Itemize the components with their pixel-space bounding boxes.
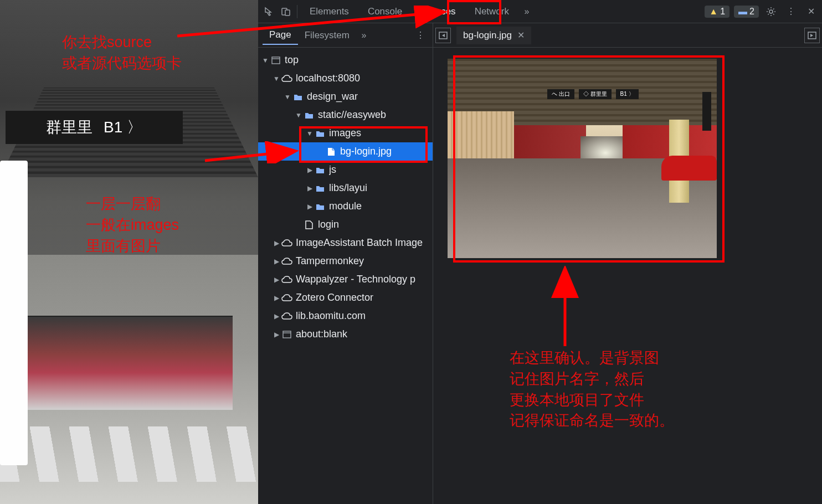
tree-imageassistant[interactable]: ▶ ImageAssistant Batch Image — [258, 234, 433, 252]
tree-label: ImageAssistant Batch Image — [296, 237, 423, 249]
tree-wappalyzer[interactable]: ▶ Wappalyzer - Technology p — [258, 270, 433, 289]
folder-icon — [315, 128, 326, 139]
issues-badge[interactable]: ▬ 2 — [734, 6, 759, 18]
cloud-icon — [281, 311, 292, 322]
bg-sign-board: 群里里 B1 〉 — [6, 111, 183, 144]
more-tabs-icon[interactable]: » — [519, 4, 535, 19]
cloud-icon — [281, 274, 292, 285]
tree-label: images — [329, 127, 361, 139]
devtools-toolbar: Elements Console Sources Network » ▲ 1 ▬… — [258, 0, 822, 23]
tree-label: about:blank — [296, 328, 347, 340]
navtab-page[interactable]: Page — [263, 26, 298, 45]
navtab-more-icon[interactable]: » — [356, 28, 372, 43]
preview-sign-floor: B1 〉 — [616, 89, 639, 99]
tree-label: Tampermonkey — [296, 255, 364, 267]
tree-label: top — [285, 54, 299, 66]
frame-icon — [281, 329, 292, 340]
tree-static[interactable]: ▼ static//easyweb — [258, 106, 433, 124]
inspect-icon[interactable] — [261, 4, 277, 19]
tab-console[interactable]: Console — [359, 2, 411, 22]
close-devtools-icon[interactable]: ✕ — [803, 4, 819, 19]
preview-sign-exit: ヘ 出口 — [547, 89, 574, 99]
tree-label: localhost:8080 — [296, 73, 360, 84]
chevron-right-icon: ▶ — [273, 239, 280, 247]
frame-icon — [270, 55, 281, 66]
tree-aboutblank[interactable]: ▶ about:blank — [258, 325, 433, 343]
tree-host[interactable]: ▼ localhost:8080 — [258, 69, 433, 88]
tab-network[interactable]: Network — [466, 2, 518, 22]
tree-bg-login[interactable]: bg-login.jpg — [258, 142, 433, 161]
navigator-panel: Page Filesystem » ⋮ ▼ top ▼ localhost:80… — [258, 23, 433, 504]
sources-body: Page Filesystem » ⋮ ▼ top ▼ localhost:80… — [258, 23, 822, 504]
warnings-badge[interactable]: ▲ 1 — [705, 6, 729, 18]
close-tab-icon[interactable]: ✕ — [517, 30, 525, 40]
tree-baomitu[interactable]: ▶ lib.baomitu.com — [258, 307, 433, 325]
tree-top[interactable]: ▼ top — [258, 51, 433, 69]
file-tab-label: bg-login.jpg — [463, 30, 512, 41]
tab-elements[interactable]: Elements — [301, 2, 358, 22]
tree-label: module — [329, 200, 362, 212]
bg-sign-text1: 群里里 — [46, 117, 93, 138]
tree-label: login — [318, 219, 339, 230]
preview-area: ヘ 出口 ◇ 群里里 B1 〉 — [433, 48, 822, 504]
cloud-icon — [281, 238, 292, 249]
file-tabs: bg-login.jpg ✕ — [433, 23, 822, 48]
file-tab-bg-login[interactable]: bg-login.jpg ✕ — [456, 27, 531, 44]
tree-tampermonkey[interactable]: ▶ Tampermonkey — [258, 252, 433, 270]
bg-whitebox — [0, 161, 28, 465]
image-preview: ヘ 出口 ◇ 群里里 B1 〉 — [448, 59, 717, 258]
tree-js[interactable]: ▶ js — [258, 161, 433, 179]
folder-icon — [304, 110, 315, 121]
toolbar-right: ▲ 1 ▬ 2 ⋮ ✕ — [705, 4, 819, 19]
tree-libs[interactable]: ▶ libs/layui — [258, 179, 433, 197]
tree-label: Wappalyzer - Technology p — [296, 274, 415, 285]
chevron-down-icon: ▼ — [284, 93, 291, 101]
svg-rect-1 — [285, 10, 290, 16]
cloud-icon — [281, 73, 292, 84]
navigator-tabs: Page Filesystem » ⋮ — [258, 23, 433, 48]
chevron-right-icon: ▶ — [306, 184, 314, 192]
chevron-right-icon: ▶ — [273, 331, 280, 338]
tree-module[interactable]: ▶ module — [258, 197, 433, 215]
warning-icon: ▲ — [709, 7, 718, 17]
show-navigator-icon[interactable] — [435, 28, 451, 43]
devtools-panel: Elements Console Sources Network » ▲ 1 ▬… — [258, 0, 822, 504]
file-icon — [304, 219, 315, 230]
svg-marker-10 — [810, 34, 813, 37]
tree-images[interactable]: ▼ images — [258, 124, 433, 142]
tree-label: Zotero Connector — [296, 292, 373, 304]
svg-point-2 — [769, 10, 773, 13]
navigator-menu-icon[interactable]: ⋮ — [413, 30, 428, 40]
tree-label: js — [329, 164, 336, 176]
chevron-right-icon: ▶ — [273, 276, 280, 284]
warnings-count: 1 — [720, 7, 725, 17]
preview-sign-name: ◇ 群里里 — [579, 89, 612, 99]
chevron-right-icon: ▶ — [306, 203, 314, 210]
settings-icon[interactable] — [763, 4, 779, 19]
svg-rect-3 — [272, 57, 280, 64]
tree-design-war[interactable]: ▼ design_war — [258, 88, 433, 106]
tab-sources[interactable]: Sources — [412, 2, 464, 22]
more-menu-icon[interactable]: ⋮ — [783, 4, 799, 19]
content-panel: bg-login.jpg ✕ — [433, 23, 822, 504]
folder-icon — [315, 201, 326, 212]
svg-marker-8 — [442, 34, 445, 37]
tree-login[interactable]: login — [258, 215, 433, 234]
chevron-down-icon: ▼ — [306, 130, 314, 137]
chevron-right-icon: ▶ — [273, 258, 280, 265]
chevron-right-icon: ▶ — [273, 312, 280, 320]
tree-label: static//easyweb — [318, 109, 386, 121]
chevron-right-icon: ▶ — [273, 294, 280, 302]
folder-icon — [292, 91, 304, 102]
bg-sign-text2: B1 〉 — [104, 117, 142, 138]
tree-label: design_war — [307, 91, 358, 102]
tree-zotero[interactable]: ▶ Zotero Connector — [258, 289, 433, 307]
navtab-filesystem[interactable]: Filesystem — [298, 27, 356, 44]
preview-vertical-sign — [702, 92, 711, 131]
chevron-down-icon: ▼ — [261, 56, 269, 64]
show-debugger-icon[interactable] — [804, 28, 820, 43]
chevron-right-icon: ▶ — [306, 166, 314, 174]
tree-label: libs/layui — [329, 182, 367, 194]
device-toggle-icon[interactable] — [278, 4, 294, 19]
folder-icon — [315, 164, 326, 176]
